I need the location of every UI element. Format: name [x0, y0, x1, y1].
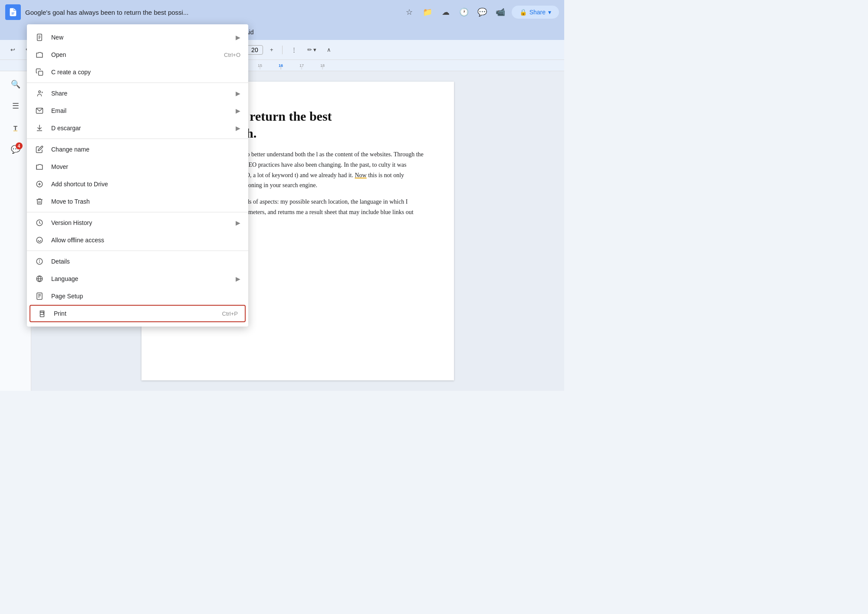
menu-share[interactable]: Share ▶: [27, 85, 248, 102]
email-arrow: ▶: [236, 107, 240, 114]
menu-email[interactable]: Email ▶: [27, 102, 248, 119]
menu-open[interactable]: Open Ctrl+O: [27, 46, 248, 63]
menu-mover[interactable]: Mover: [27, 158, 248, 175]
dropdown-section-4: Version History ▶ Allow offline access: [27, 212, 248, 251]
page-setup-icon: [35, 291, 44, 301]
ruler-tick: 15: [250, 63, 270, 68]
open-shortcut: Ctrl+O: [224, 52, 240, 58]
menu-descargar[interactable]: D escargar ▶: [27, 119, 248, 137]
dropdown-section-3: Change name Mover Add shortcut to Drive: [27, 139, 248, 212]
underline-now: Now: [355, 172, 366, 178]
open-icon: [35, 50, 44, 59]
details-label: Details: [51, 258, 240, 265]
top-bar-icons: ☆ 📁 ☁ 🕐 💬 📹 🔒 Share ▾: [402, 5, 559, 19]
language-icon: [35, 274, 44, 284]
svg-point-23: [43, 313, 44, 314]
offline-access-icon: [35, 235, 44, 245]
change-name-label: Change name: [51, 146, 240, 153]
menu-change-name[interactable]: Change name: [27, 141, 248, 158]
mover-icon: [35, 162, 44, 172]
page-setup-label: Page Setup: [51, 293, 240, 300]
print-label: Print: [54, 310, 215, 317]
menu-add-shortcut[interactable]: Add shortcut to Drive: [27, 175, 248, 193]
offline-access-label: Allow offline access: [51, 237, 240, 244]
cloud-icon[interactable]: ☁: [439, 5, 453, 19]
sidebar-grammar-icon[interactable]: T: [8, 120, 23, 135]
svg-rect-22: [40, 311, 44, 312]
descargar-icon: [35, 123, 44, 133]
menu-language[interactable]: Language ▶: [27, 270, 248, 287]
ruler-tick: 16: [270, 63, 291, 68]
details-icon: [35, 257, 44, 266]
descargar-arrow: ▶: [236, 125, 240, 132]
version-history-icon: [35, 218, 44, 228]
menu-move-trash[interactable]: Move to Trash: [27, 193, 248, 210]
undo-button[interactable]: ↩: [7, 45, 19, 55]
menu-offline-access[interactable]: Allow offline access: [27, 231, 248, 249]
svg-rect-21: [40, 314, 44, 317]
menu-print[interactable]: Print Ctrl+P: [30, 305, 246, 322]
create-copy-label: C reate a copy: [51, 69, 240, 76]
mover-label: Mover: [51, 163, 240, 170]
copy-icon: [35, 67, 44, 77]
font-size-increase[interactable]: +: [266, 45, 277, 55]
svg-rect-0: [11, 13, 14, 13]
svg-rect-1: [11, 14, 13, 14]
lock-icon: 🔒: [519, 9, 527, 16]
svg-point-12: [36, 237, 43, 243]
sidebar-comments-icon[interactable]: 💬 4: [8, 142, 23, 157]
history-icon[interactable]: 🕐: [457, 5, 471, 19]
print-shortcut: Ctrl+P: [222, 310, 238, 317]
share-label: Share: [529, 9, 546, 16]
open-label: Open: [51, 51, 217, 58]
more-options-button[interactable]: ⋮: [288, 45, 300, 55]
sidebar-search-icon[interactable]: 🔍: [8, 76, 23, 92]
share-label: Share: [51, 90, 229, 97]
star-icon[interactable]: ☆: [402, 5, 416, 19]
video-icon[interactable]: 📹: [493, 5, 507, 19]
email-label: Email: [51, 107, 229, 114]
svg-point-7: [39, 91, 41, 93]
share-icon: [35, 89, 44, 98]
trash-icon: [35, 197, 44, 206]
email-icon: [35, 106, 44, 116]
drive-icon[interactable]: 📁: [421, 5, 434, 19]
add-shortcut-label: Add shortcut to Drive: [51, 181, 240, 188]
dropdown-section-2: Share ▶ Email ▶ D escargar ▶: [27, 83, 248, 139]
menu-version-history[interactable]: Version History ▶: [27, 214, 248, 231]
svg-rect-6: [39, 71, 43, 76]
sidebar-outline-icon[interactable]: ☰: [8, 98, 23, 114]
menu-details[interactable]: Details: [27, 253, 248, 270]
ruler-tick: 17: [291, 63, 312, 68]
archive-dropdown: New ▶ Open Ctrl+O C reate a copy: [27, 24, 248, 327]
new-arrow: ▶: [236, 34, 240, 41]
add-shortcut-icon: [35, 179, 44, 189]
comments-icon[interactable]: 💬: [475, 5, 489, 19]
move-trash-label: Move to Trash: [51, 198, 240, 205]
ruler-tick: 18: [312, 63, 333, 68]
share-arrow: ▶: [236, 90, 240, 97]
language-arrow: ▶: [236, 275, 240, 282]
new-icon: [35, 33, 44, 42]
toolbar-separator-6: [282, 46, 283, 54]
docs-app-icon[interactable]: [5, 4, 21, 20]
version-history-label: Version History: [51, 219, 229, 226]
font-size-input[interactable]: 20: [247, 45, 263, 55]
descargar-label: D escargar: [51, 125, 229, 132]
menu-create-copy[interactable]: C reate a copy: [27, 63, 248, 81]
menu-new[interactable]: New ▶: [27, 29, 248, 46]
share-dropdown-icon: ▾: [548, 9, 551, 16]
new-label: New: [51, 34, 229, 41]
top-bar: Google's goal has always been to return …: [0, 0, 564, 24]
dropdown-section-1: New ▶ Open Ctrl+O C reate a copy: [27, 27, 248, 83]
dropdown-section-5: Details Language ▶ Page Setup: [27, 251, 248, 324]
collapse-button[interactable]: ∧: [323, 45, 335, 55]
menu-page-setup[interactable]: Page Setup: [27, 287, 248, 305]
change-name-icon: [35, 145, 44, 154]
print-icon: [37, 309, 47, 318]
document-title: Google's goal has always been to return …: [25, 9, 242, 16]
comments-badge: 4: [16, 142, 23, 149]
pencil-button[interactable]: ✏ ▾: [304, 45, 320, 55]
version-history-arrow: ▶: [236, 219, 240, 226]
share-button[interactable]: 🔒 Share ▾: [512, 6, 559, 19]
